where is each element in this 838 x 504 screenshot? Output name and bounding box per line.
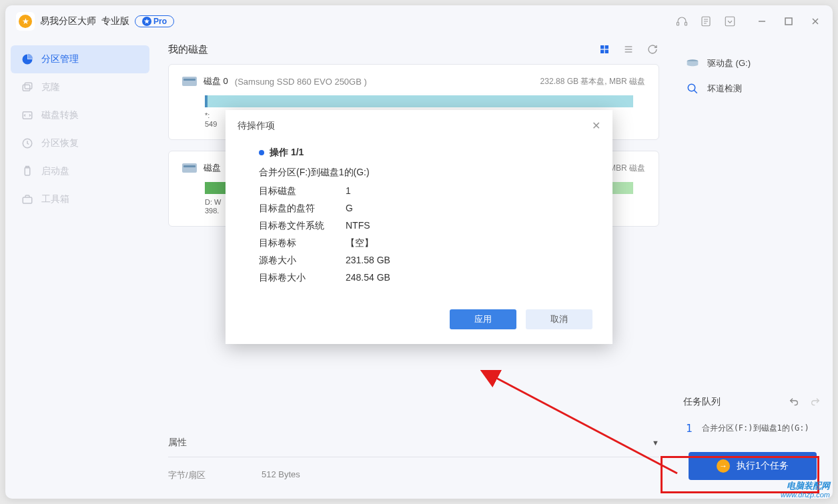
disk-bar[interactable] — [205, 95, 633, 107]
sidebar-item-label: 启动盘 — [41, 165, 69, 177]
sidebar-item-label: 磁盘转换 — [41, 109, 79, 121]
chevron-down-icon: ▼ — [652, 439, 659, 447]
svg-rect-17 — [600, 50, 604, 53]
task-queue-item[interactable]: 1 合并分区(F:)到磁盘1的(G:) — [683, 414, 822, 443]
svg-rect-15 — [600, 45, 604, 49]
sidebar-item-label: 分区管理 — [41, 53, 79, 65]
dialog-footer: 应用 取消 — [226, 303, 612, 344]
app-title: 易我分区大师 — [40, 15, 96, 27]
grid-view-icon[interactable] — [598, 43, 611, 56]
undo-icon[interactable] — [787, 395, 801, 409]
main-header: 我的磁盘 — [168, 43, 659, 56]
apply-button[interactable]: 应用 — [450, 309, 516, 329]
arrow-right-icon: → — [717, 459, 730, 473]
disk-name: 磁盘 — [203, 162, 221, 174]
sidebar-item-convert[interactable]: 磁盘转换 — [11, 101, 149, 129]
sidebar-item-toolbox[interactable]: 工具箱 — [11, 185, 149, 213]
svg-rect-12 — [25, 167, 30, 175]
disk-meta: 232.88 GB 基本盘, MBR 磁盘 — [540, 76, 645, 87]
titlebar-icons — [675, 15, 737, 28]
properties-section: 属性 ▼ 字节/扇区 512 Bytes — [168, 429, 659, 493]
op-row: 目标盘的盘符G — [259, 203, 592, 215]
main-title: 我的磁盘 — [168, 43, 208, 56]
op-header: 操作 1/1 — [259, 147, 592, 159]
hdd-icon — [182, 77, 197, 86]
rp-item-badsector[interactable]: 坏道检测 — [683, 76, 822, 101]
sidebar-item-label: 分区恢复 — [41, 137, 79, 149]
sidebar-item-boot[interactable]: 启动盘 — [11, 157, 149, 185]
sidebar: 分区管理 克隆 磁盘转换 分区恢复 启动盘 工具箱 — [5, 37, 155, 499]
bullet-icon — [259, 150, 264, 155]
svg-rect-14 — [23, 197, 32, 203]
cancel-button[interactable]: 取消 — [526, 309, 592, 329]
disk-name: 磁盘 0 — [203, 75, 228, 87]
convert-icon — [21, 109, 33, 121]
dialog-header: 待操作项 ✕ — [226, 110, 612, 141]
op-row: 源卷大小231.58 GB — [259, 255, 592, 267]
scan-icon — [686, 83, 699, 94]
close-button[interactable] — [809, 15, 822, 28]
sidebar-item-clone[interactable]: 克隆 — [11, 73, 149, 101]
task-queue-header: 任务队列 — [683, 390, 822, 414]
task-queue-title: 任务队列 — [683, 396, 721, 408]
close-icon[interactable]: ✕ — [592, 119, 600, 132]
sidebar-item-partition[interactable]: 分区管理 — [11, 45, 149, 73]
note-icon[interactable] — [699, 15, 713, 28]
recover-icon — [21, 137, 33, 149]
list-view-icon[interactable] — [622, 43, 635, 56]
execute-label: 执行1个任务 — [737, 460, 789, 472]
op-title: 操作 1/1 — [270, 147, 304, 159]
svg-line-24 — [694, 90, 697, 93]
op-row: 目标磁盘1 — [259, 185, 592, 197]
view-controls — [598, 43, 659, 56]
refresh-icon[interactable] — [646, 43, 659, 56]
titlebar: ★ 易我分区大师 专业版 ★Pro — [5, 5, 833, 37]
usb-icon — [21, 165, 33, 177]
task-queue: 任务队列 1 合并分区(F:)到磁盘1的(G:) → 执行1个任务 — [683, 390, 822, 485]
dropdown-icon[interactable] — [723, 15, 737, 28]
sidebar-item-recover[interactable]: 分区恢复 — [11, 129, 149, 157]
headset-icon[interactable] — [675, 15, 689, 28]
svg-rect-18 — [605, 50, 608, 53]
properties-row: 字节/扇区 512 Bytes — [168, 457, 659, 493]
clone-icon — [21, 81, 33, 93]
rp-item-drive[interactable]: 驱动盘 (G:) — [683, 51, 822, 76]
svg-rect-3 — [725, 17, 735, 26]
toolbox-icon — [21, 193, 33, 205]
prop-label: 字节/扇区 — [168, 469, 262, 481]
sidebar-item-label: 克隆 — [41, 81, 60, 93]
task-num: 1 — [686, 422, 693, 435]
pending-ops-dialog: 待操作项 ✕ 操作 1/1 合并分区(F:)到磁盘1的(G:) 目标磁盘1 目标… — [226, 110, 612, 344]
hdd-icon — [182, 163, 197, 173]
op-row: 目标卷文件系统NTFS — [259, 220, 592, 232]
svg-rect-0 — [677, 23, 679, 26]
app-edition: 专业版 — [101, 15, 129, 27]
svg-rect-8 — [23, 85, 30, 91]
svg-rect-9 — [25, 83, 32, 89]
maximize-button[interactable] — [782, 15, 795, 28]
window-controls — [755, 15, 822, 28]
redo-icon[interactable] — [809, 395, 822, 409]
minimize-button[interactable] — [755, 15, 769, 28]
sidebar-item-label: 工具箱 — [41, 193, 69, 205]
properties-header[interactable]: 属性 ▼ — [168, 429, 659, 457]
svg-rect-16 — [605, 45, 608, 49]
task-text: 合并分区(F:)到磁盘1的(G:) — [702, 422, 809, 435]
disk-meta: MBR 磁盘 — [609, 163, 645, 174]
op-row: 目标卷大小248.54 GB — [259, 272, 592, 284]
prop-value: 512 Bytes — [262, 469, 300, 481]
dialog-title: 待操作项 — [238, 120, 275, 132]
rp-label: 坏道检测 — [707, 83, 742, 95]
drive-icon — [686, 58, 699, 69]
execute-button[interactable]: → 执行1个任务 — [689, 452, 817, 480]
dialog-body: 操作 1/1 合并分区(F:)到磁盘1的(G:) 目标磁盘1 目标盘的盘符G 目… — [226, 141, 612, 303]
disk-model: (Samsung SSD 860 EVO 250GB ) — [235, 77, 367, 87]
properties-title: 属性 — [168, 437, 187, 449]
pro-badge: ★Pro — [135, 15, 174, 27]
pie-icon — [21, 53, 33, 65]
app-logo: ★ — [16, 12, 35, 31]
svg-rect-5 — [785, 18, 792, 25]
right-panel: 驱动盘 (G:) 坏道检测 任务队列 1 合并分区(F:)到磁盘1的(G:) — [673, 37, 833, 499]
svg-point-23 — [688, 84, 695, 91]
svg-rect-1 — [685, 23, 687, 26]
